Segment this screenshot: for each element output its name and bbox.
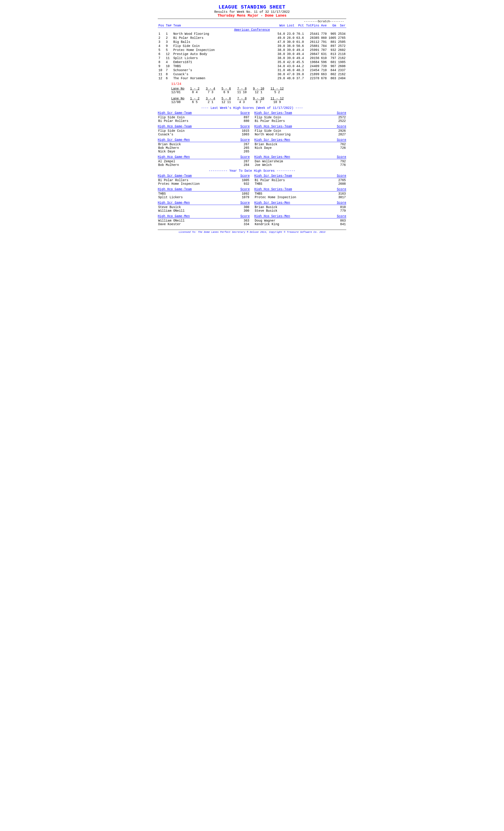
score-category-header: High Hcp Series-MenScore xyxy=(254,214,346,219)
lane-range: 9 - 10 xyxy=(250,87,267,90)
score-pair: High Hcp Game-TeamScoreTHBS1092Split Lic… xyxy=(158,188,346,199)
lane-table-1: Lane No1 - 23 - 45 - 67 - 89 - 1011 - 12… xyxy=(171,87,287,94)
table-row: 711Split Lickers38.039.049.4201566107972… xyxy=(158,56,346,60)
schedule-date: 11/24 xyxy=(171,82,346,86)
score-entry: Bob Mulhern265 xyxy=(158,146,250,150)
score-category: High Scr Series-TeamScoreFlip Side Coin2… xyxy=(254,111,346,123)
footer: Licensed To: The Dome Lanes Perfect Secr… xyxy=(158,230,346,233)
score-entry: Brian Busick267 xyxy=(158,143,250,146)
score-category: High Scr Series-MenScoreBrian Busick762N… xyxy=(254,138,346,153)
score-category-header: High Hcp Series-TeamScore xyxy=(254,124,346,128)
score-entry: Steve Busick300 xyxy=(158,205,250,209)
score-category: High Scr Series-TeamScoreBi Polar Roller… xyxy=(254,174,346,185)
table-row: 49Flip Side Coin39.038.050.6258817848972… xyxy=(158,44,346,48)
score-entry: Kendrick King841 xyxy=(254,223,346,226)
table-row: 84Embers187135.042.045.5196845966811985 xyxy=(158,60,346,64)
lane-range: 9 - 10 xyxy=(250,97,267,101)
score-category-header: High Scr Series-TeamScore xyxy=(254,174,346,178)
lane-date-label: 12/08 xyxy=(171,101,187,104)
score-entry: William ONeill300 xyxy=(158,209,250,212)
score-category: High Hcp Series-TeamScoreFlip Side Coin2… xyxy=(254,124,346,136)
score-entry: Doug Wagner863 xyxy=(254,219,346,223)
score-entry: Protec Home Inspection3017 xyxy=(254,196,346,199)
col-totpins: TotPins xyxy=(304,24,320,28)
score-category-header: High Hcp Game-TeamScore xyxy=(158,188,250,192)
score-entry: Bob Mulhern284 xyxy=(158,163,250,167)
score-pair: High Scr Game-TeamScoreFlip Side Coin897… xyxy=(158,111,346,123)
col-team: Team xyxy=(173,24,276,28)
table-row: 126The Four Horsemen29.048.037.722378678… xyxy=(158,76,346,80)
lane-teams: 8 7 xyxy=(250,101,267,104)
score-pair: High Scr Game-MenScoreSteve Busick300Wil… xyxy=(158,201,346,212)
lane-range: 1 - 2 xyxy=(187,87,203,90)
score-entry: Joe Welch776 xyxy=(254,163,346,167)
score-entry: Brian Busick762 xyxy=(254,143,346,146)
score-category-header: High Hcp Series-TeamScore xyxy=(254,188,346,192)
col-won: Won xyxy=(276,24,286,28)
score-entry: Nick Daye265 xyxy=(158,150,250,153)
score-entry: Cusack's1003 xyxy=(158,133,250,136)
score-category-header: High Scr Game-TeamScore xyxy=(158,174,250,178)
league-name: Thursday Mens Major - Dome Lanes xyxy=(158,14,346,18)
page-title: LEAGUE STANDING SHEET xyxy=(158,4,346,10)
score-entry: Flip Side Coin897 xyxy=(158,116,250,119)
lane-section-1: Lane No1 - 23 - 45 - 67 - 89 - 1011 - 12… xyxy=(171,87,346,94)
score-pair: High Hcp Game-MenScoreAl Zempel287Bob Mu… xyxy=(158,155,346,167)
standings-table: Pos Tm# Team Won Lost Pct TotPins Ave Gm… xyxy=(158,24,346,80)
score-category: High Hcp Game-MenScoreAl Zempel287Bob Mu… xyxy=(158,155,250,167)
ytd-title: ---------- Year To Date High Scores ----… xyxy=(158,169,346,173)
score-pair: High Scr Game-MenScoreBrian Busick267Bob… xyxy=(158,138,346,153)
score-entry: Dave Koester334 xyxy=(158,223,250,226)
lane-teams: 6 9 xyxy=(218,90,234,94)
conference-header: American Conference xyxy=(158,28,346,32)
lane-range: 11 - 12 xyxy=(267,97,287,101)
score-entry: Al Zempel287 xyxy=(158,160,250,163)
col-pct: Pct xyxy=(295,24,304,28)
lane-range: 11 - 12 xyxy=(267,87,287,90)
score-category-header: High Scr Series-MenScore xyxy=(254,201,346,205)
table-row: 55Protec Home Inspection38.039.049.42599… xyxy=(158,48,346,52)
last-week-scores: High Scr Game-TeamScoreFlip Side Coin897… xyxy=(158,111,346,167)
score-category: High Scr Series-MenScoreBrian Busick810S… xyxy=(254,201,346,212)
score-entry: Bi Polar Rollers2765 xyxy=(254,178,346,182)
table-row: 33Big Balls47.030.061.0261127918812505 xyxy=(158,40,346,44)
lane-teams: 4 3 xyxy=(234,101,250,104)
score-category-header: High Hcp Game-MenScore xyxy=(158,214,250,219)
col-tm: Tm# xyxy=(165,24,173,28)
score-entry: Nick Daye726 xyxy=(254,146,346,150)
lane-teams: 12 1 xyxy=(250,90,267,94)
score-category: High Hcp Game-MenScoreWilliam ONeill363D… xyxy=(158,214,250,226)
lane-range: 5 - 6 xyxy=(218,87,234,90)
score-entry: Bi Polar Rollers1005 xyxy=(158,178,250,182)
lane-teams: 8 4 xyxy=(187,90,203,94)
score-category: High Hcp Series-MenScoreDan Wollersheim7… xyxy=(254,155,346,167)
score-pair: High Scr Game-TeamScoreBi Polar Rollers1… xyxy=(158,174,346,185)
score-entry: Bi Polar Rollers880 xyxy=(158,119,250,123)
lane-table-2: Lane No1 - 23 - 45 - 67 - 89 - 1011 - 12… xyxy=(171,97,287,104)
score-category-header: High Scr Game-TeamScore xyxy=(158,111,250,115)
lane-teams: 6 5 xyxy=(187,101,203,104)
lane-range: 3 - 4 xyxy=(203,97,218,101)
lane-teams: 11 10 xyxy=(234,90,250,94)
score-category: High Hcp Series-TeamScoreTHBS3163Protec … xyxy=(254,188,346,199)
lane-range: 1 - 2 xyxy=(187,97,203,101)
score-entry: Flip Side Coin2572 xyxy=(254,116,346,119)
table-row: 11North Wood Flooring54.023.070.12544177… xyxy=(158,32,346,36)
col-ser: Ser xyxy=(337,24,346,28)
score-category: High Scr Game-TeamScoreBi Polar Rollers1… xyxy=(158,174,250,185)
score-entry: THBS3163 xyxy=(254,192,346,196)
lane-range: 7 - 8 xyxy=(234,87,250,90)
score-category-header: High Scr Game-MenScore xyxy=(158,138,250,142)
score-entry: Bi Polar Rollers2522 xyxy=(254,119,346,123)
score-pair: High Hcp Game-MenScoreWilliam ONeill363D… xyxy=(158,214,346,226)
score-category: High Hcp Series-MenScoreDoug Wagner863Ke… xyxy=(254,214,346,226)
score-entry: THBS2608 xyxy=(254,182,346,185)
score-pair: High Hcp Game-TeamScoreFlip Side Coin101… xyxy=(158,124,346,136)
score-category: High Scr Game-MenScoreSteve Busick300Wil… xyxy=(158,201,250,212)
score-category-header: High Hcp Series-MenScore xyxy=(254,155,346,159)
score-category-header: High Hcp Game-TeamScore xyxy=(158,124,250,128)
table-row: 22Bi Polar Rollers49.028.063.62838586010… xyxy=(158,36,346,40)
lane-teams: 10 9 xyxy=(267,101,287,104)
score-entry: William ONeill363 xyxy=(158,219,250,223)
lane-teams: 12 11 xyxy=(218,101,234,104)
